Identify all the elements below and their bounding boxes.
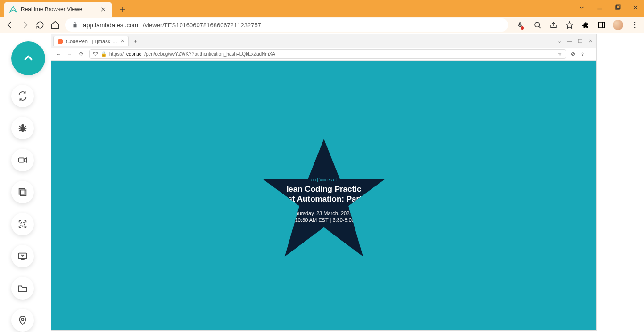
inner-forward-button[interactable]: →	[66, 51, 73, 57]
back-button[interactable]	[5, 20, 15, 30]
svg-point-18	[634, 24, 635, 25]
inner-tab-title: CodePen - [1]mask-image	[66, 39, 117, 44]
maximize-icon	[614, 4, 621, 11]
sidebar-video-button[interactable]	[11, 149, 34, 171]
sidepanel-icon	[597, 21, 606, 29]
inner-new-tab-button[interactable]: ＋	[131, 38, 140, 45]
inner-urlbar[interactable]: 🛡 🔒 https://cdpn.io/pen/debug/wvYZWKY?au…	[89, 49, 566, 59]
svg-line-24	[19, 126, 21, 127]
svg-marker-29	[24, 158, 27, 162]
sidebar-projector-button[interactable]	[11, 245, 34, 267]
reload-button[interactable]	[35, 20, 45, 30]
inner-chevron-down-button[interactable]: ⌄	[557, 38, 561, 44]
resolution-icon	[17, 219, 28, 229]
share-button[interactable]	[549, 20, 558, 30]
inner-lock-icon: 🔒	[101, 51, 107, 57]
share-icon	[549, 21, 558, 29]
sidebar-collapse-button[interactable]	[11, 41, 45, 75]
inner-url-host: cdpn.io	[126, 51, 141, 57]
inner-tab-active[interactable]: CodePen - [1]mask-image ✕	[53, 36, 129, 46]
folder-icon	[17, 283, 28, 293]
bug-icon	[17, 123, 28, 133]
mic-blocked-badge-icon	[521, 26, 524, 30]
minimize-icon	[596, 4, 603, 11]
sidepanel-button[interactable]	[597, 20, 606, 30]
inner-pocket-button[interactable]: ⊘	[571, 51, 575, 57]
shield-icon: 🛡	[93, 51, 98, 57]
gallery-icon	[17, 187, 28, 197]
kebab-menu-button[interactable]	[630, 20, 639, 30]
inner-minimize-button[interactable]: —	[567, 38, 572, 44]
outer-toolbar: app.lambdatest.com/viewer/TES10160607816…	[0, 17, 644, 33]
svg-line-25	[25, 126, 26, 127]
sidebar-bug-button[interactable]	[11, 117, 34, 139]
outer-omnibox[interactable]: app.lambdatest.com/viewer/TES10160607816…	[65, 18, 508, 32]
svg-rect-28	[19, 158, 24, 162]
inner-toolbar: ← → ⟳ 🛡 🔒 https://cdpn.io/pen/debug/wvYZ…	[51, 48, 596, 61]
projector-icon	[17, 251, 28, 261]
lock-icon	[72, 22, 78, 28]
inner-bookmark-button[interactable]: ☆	[558, 51, 562, 57]
svg-point-36	[22, 318, 24, 321]
inner-browser-window: CodePen - [1]mask-image ✕ ＋ ⌄ — ☐ ✕ ← → …	[51, 34, 597, 331]
outer-maximize-button[interactable]	[613, 3, 622, 12]
sidebar-resolution-button[interactable]	[11, 213, 34, 235]
forward-button[interactable]	[20, 20, 30, 30]
sidebar-gallery-button[interactable]	[11, 181, 34, 203]
svg-rect-15	[598, 22, 605, 28]
switch-icon	[17, 91, 28, 101]
profile-avatar[interactable]	[613, 20, 623, 30]
inner-maximize-button[interactable]: ☐	[578, 38, 583, 44]
inner-tabstrip: CodePen - [1]mask-image ✕ ＋ ⌄ — ☐ ✕	[51, 34, 596, 48]
svg-point-17	[634, 22, 635, 23]
lt-sidebar	[11, 41, 45, 332]
star-icon	[565, 21, 574, 29]
outer-actions	[513, 20, 639, 30]
outer-url-host: app.lambdatest.com	[83, 22, 138, 29]
masked-star-container: op | Voices of lean Coding Practic Test …	[263, 139, 385, 257]
event-tag: op | Voices of	[311, 178, 337, 182]
viewport: CodePen - [1]mask-image ✕ ＋ ⌄ — ☐ ✕ ← → …	[0, 33, 644, 332]
svg-point-20	[20, 126, 25, 132]
extensions-button[interactable]	[581, 20, 590, 30]
outer-tab-close-icon[interactable]	[100, 6, 107, 13]
svg-rect-30	[20, 190, 26, 195]
location-icon	[17, 315, 28, 325]
svg-rect-31	[19, 189, 25, 194]
outer-tab-active[interactable]: Realtime Browser Viewer	[4, 2, 112, 17]
masked-star: op | Voices of lean Coding Practic Test …	[263, 139, 385, 257]
event-date: hursday, 23 March, 2023	[296, 211, 353, 216]
inner-reload-button[interactable]: ⟳	[78, 51, 84, 57]
lambdatest-favicon-icon	[9, 6, 17, 13]
svg-point-19	[634, 27, 635, 28]
inner-account-button[interactable]: ⍰	[581, 51, 584, 57]
svg-line-27	[25, 130, 26, 131]
outer-minimize-button[interactable]	[595, 3, 604, 12]
inner-toolbar-right: ⊘ ⍰ ≡	[571, 51, 593, 57]
sidebar-location-button[interactable]	[11, 309, 34, 332]
inner-tab-close-icon[interactable]: ✕	[120, 38, 124, 44]
sidebar-files-button[interactable]	[11, 277, 34, 300]
inner-back-button[interactable]: ←	[55, 51, 62, 57]
zoom-button[interactable]	[533, 20, 542, 30]
arrow-right-icon	[20, 20, 30, 30]
inner-menu-button[interactable]: ≡	[590, 51, 593, 57]
close-icon	[632, 4, 639, 11]
svg-point-21	[21, 124, 24, 127]
bookmark-button[interactable]	[565, 20, 574, 30]
outer-new-tab-button[interactable]	[116, 3, 129, 16]
outer-close-button[interactable]	[631, 3, 640, 12]
home-icon	[50, 20, 60, 30]
home-button[interactable]	[50, 20, 60, 30]
inner-close-button[interactable]: ✕	[588, 38, 593, 44]
svg-marker-14	[566, 22, 573, 29]
event-time: -10:30 AM EST | 6:30-8:00	[293, 217, 355, 223]
mic-button[interactable]	[517, 20, 526, 30]
svg-rect-32	[21, 222, 24, 226]
inner-content: op | Voices of lean Coding Practic Test …	[51, 61, 596, 330]
outer-chevron-down-button[interactable]	[577, 3, 586, 12]
outer-tab-title: Realtime Browser Viewer	[21, 6, 96, 13]
svg-rect-9	[519, 23, 521, 26]
outer-window-controls	[577, 3, 640, 12]
sidebar-switch-button[interactable]	[11, 85, 34, 107]
